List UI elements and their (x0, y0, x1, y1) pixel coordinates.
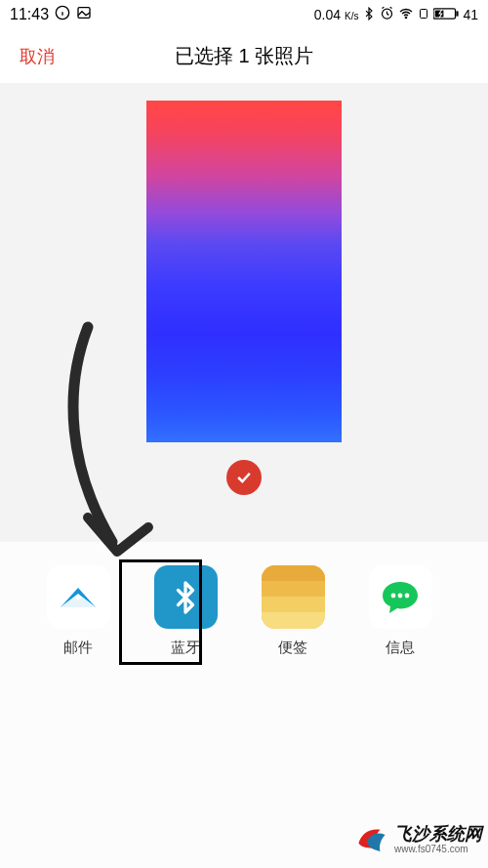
svg-rect-18 (262, 612, 325, 629)
svg-line-7 (383, 7, 385, 8)
share-item-notes[interactable]: 便签 (254, 565, 332, 657)
svg-rect-17 (262, 597, 325, 612)
status-right: 0.04 K/s 41 (314, 6, 478, 24)
alarm-icon (380, 6, 394, 23)
svg-point-9 (406, 17, 407, 18)
bluetooth-icon (362, 7, 376, 23)
svg-rect-16 (262, 581, 325, 597)
cancel-button[interactable]: 取消 (20, 45, 55, 68)
share-label-notes: 便签 (278, 639, 307, 657)
share-label-messages: 信息 (386, 639, 415, 657)
svg-line-6 (387, 14, 389, 15)
mail-icon (47, 565, 110, 629)
battery-level: 41 (463, 7, 478, 22)
info-icon (55, 5, 70, 24)
share-label-bluetooth: 蓝牙 (171, 639, 200, 657)
svg-rect-13 (457, 11, 459, 16)
preview-area (0, 83, 488, 542)
wifi-icon (398, 6, 414, 24)
svg-rect-10 (421, 9, 427, 18)
svg-point-19 (391, 593, 396, 598)
share-item-mail[interactable]: 邮件 (39, 565, 117, 657)
page-title: 已选择 1 张照片 (0, 43, 488, 69)
status-time: 11:43 (10, 6, 49, 23)
status-bar: 11:43 0.04 K/s 41 (0, 0, 488, 29)
watermark: 飞沙系统网 www.fs0745.com (355, 823, 482, 856)
svg-point-20 (398, 593, 403, 598)
share-item-messages[interactable]: 信息 (361, 565, 439, 657)
image-icon (76, 5, 92, 24)
svg-line-8 (390, 7, 392, 8)
battery-icon (433, 7, 459, 23)
watermark-logo-icon (355, 823, 388, 856)
share-panel: 邮件 蓝牙 便签 (0, 542, 488, 868)
share-row: 邮件 蓝牙 便签 (0, 565, 488, 657)
svg-rect-15 (262, 565, 325, 581)
status-left: 11:43 (10, 5, 92, 24)
messages-icon (369, 565, 432, 629)
photo-thumbnail[interactable] (146, 101, 342, 442)
sim-icon (418, 7, 429, 23)
network-speed: 0.04 K/s (314, 7, 359, 22)
svg-point-21 (405, 593, 410, 598)
bluetooth-app-icon (154, 565, 218, 629)
share-item-bluetooth[interactable]: 蓝牙 (146, 565, 224, 657)
watermark-title: 飞沙系统网 (394, 825, 482, 845)
selected-check-icon[interactable] (226, 460, 262, 495)
notes-icon (262, 565, 325, 629)
header: 取消 已选择 1 张照片 (0, 29, 488, 83)
watermark-sub: www.fs0745.com (394, 844, 482, 854)
share-label-mail: 邮件 (63, 639, 93, 657)
